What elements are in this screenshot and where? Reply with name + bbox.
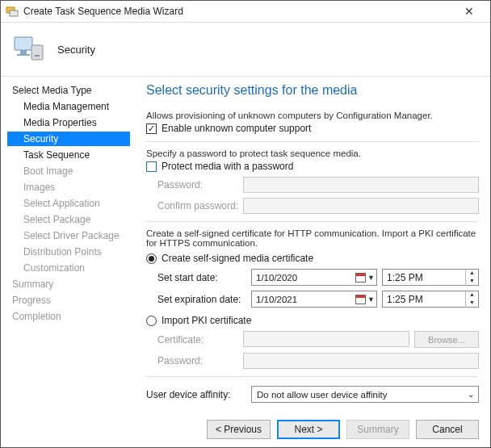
import-pki-radio[interactable] [146,316,157,326]
next-button[interactable]: Next > [277,420,340,439]
body: Select Media Type Media Management Media… [1,76,490,412]
password-label: Password: [146,179,243,191]
pki-password-label: Password: [146,355,243,366]
summary-button: Summary [346,420,409,439]
svg-rect-2 [15,37,32,50]
svg-rect-4 [17,54,30,56]
sidebar-item-select-package: Select Package [7,212,130,227]
uda-label: User device affinity: [146,389,251,400]
create-self-signed-label: Create self-signed media certificate [162,253,313,264]
calendar-icon [355,295,366,304]
banner-heading: Security [57,44,95,56]
sidebar: Select Media Type Media Management Media… [1,77,138,412]
confirm-password-label: Confirm password: [146,200,243,211]
chevron-down-icon: ▼ [367,295,375,304]
sidebar-item-media-properties[interactable]: Media Properties [7,115,130,130]
chevron-down-icon: ▼ [367,274,375,282]
start-time-spinner[interactable]: 1:25 PM ▲▼ [382,269,479,286]
banner: Security [1,23,490,77]
certificate-input [243,331,409,347]
exp-date-label: Set expiration date: [146,294,251,305]
svg-rect-6 [35,55,40,57]
sidebar-item-select-application: Select Application [7,196,130,211]
protect-password-checkbox[interactable] [146,161,157,172]
protect-password-label: Protect media with a password [162,161,293,172]
certificate-label: Certificate: [146,334,243,345]
uda-select[interactable]: Do not allow user device affinity ⌄ [251,386,479,403]
enable-unknown-checkbox[interactable]: ✓ [146,124,157,134]
sidebar-item-progress: Progress [7,293,130,308]
footer: < Previous Next > Summary Cancel [1,412,490,447]
pwd-desc: Specify a password to protect task seque… [146,149,479,158]
start-date-label: Set start date: [146,272,251,283]
sidebar-item-distribution-points: Distribution Points [7,245,130,259]
exp-date-picker[interactable]: 1/10/2021 ▼ [251,291,377,308]
svg-rect-3 [20,50,27,54]
previous-button[interactable]: < Previous [207,420,271,439]
svg-rect-1 [10,10,18,16]
start-date-picker[interactable]: 1/10/2020 ▼ [251,269,377,286]
cert-desc: Create a self-signed certificate for HTT… [146,228,479,248]
browse-button: Browse... [414,331,479,348]
app-icon [6,5,19,18]
titlebar: Create Task Sequence Media Wizard ✕ [1,1,490,23]
cancel-button[interactable]: Cancel [416,420,479,439]
window-title: Create Task Sequence Media Wizard [23,6,453,17]
sidebar-item-completion: Completion [7,309,130,324]
chevron-down-icon: ⌄ [464,390,478,399]
pki-password-input [243,353,479,369]
wizard-window: Create Task Sequence Media Wizard ✕ Secu… [0,0,491,448]
sidebar-item-summary: Summary [7,277,130,291]
unknown-desc: Allows provisioning of unknown computers… [146,111,479,120]
sidebar-item-customization: Customization [7,261,130,275]
sidebar-item-images: Images [7,180,130,195]
enable-unknown-label: Enable unknown computer support [162,123,311,134]
page-title: Select security settings for the media [146,83,479,98]
sidebar-item-select-driver-package: Select Driver Package [7,228,130,243]
sidebar-item-select-media-type[interactable]: Select Media Type [7,83,130,98]
sidebar-item-task-sequence[interactable]: Task Sequence [7,148,130,162]
sidebar-item-boot-image: Boot Image [7,164,130,178]
calendar-icon [355,273,366,283]
security-icon [12,32,46,66]
main-panel: Select security settings for the media A… [138,77,490,412]
sidebar-item-media-management[interactable]: Media Management [7,99,130,114]
confirm-password-input [243,198,479,214]
close-button[interactable]: ✕ [453,3,485,19]
password-input [243,177,479,193]
create-self-signed-radio[interactable] [146,253,157,264]
svg-rect-5 [31,45,43,60]
import-pki-label: Import PKI certificate [162,315,251,326]
sidebar-item-security[interactable]: Security [7,132,130,146]
exp-time-spinner[interactable]: 1:25 PM ▲▼ [382,291,479,308]
